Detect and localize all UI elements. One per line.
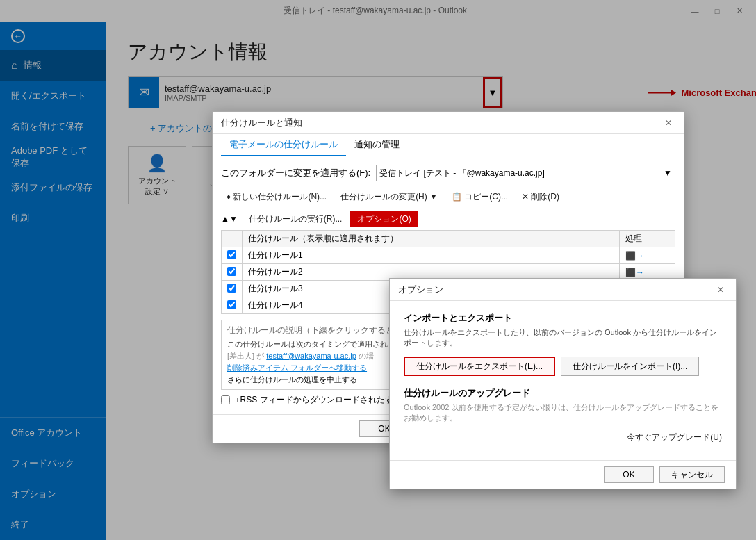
- new-rule-button[interactable]: ♦ 新しい仕分けルール(N)...: [221, 188, 332, 205]
- description-action-link[interactable]: 削除済みアイテム フォルダーへ移動する: [227, 363, 367, 372]
- change-rule-button[interactable]: 仕分けルールの変更(H) ▼: [335, 188, 443, 205]
- rule-name-1: 仕分けルール1: [243, 247, 620, 264]
- app-window: 受信トレイ - testaff@wakayama-u.ac.jp - Outlo…: [0, 0, 756, 540]
- options-dialog-title-bar: オプション ✕: [390, 279, 736, 301]
- rss-checkbox[interactable]: [221, 395, 230, 404]
- options-dialog-footer: OK キャンセル: [390, 460, 736, 489]
- filter-select[interactable]: 受信トレイ [テスト - 「@wakayama-u.ac.jp] ▼: [376, 165, 675, 181]
- rule-checkbox-2[interactable]: [227, 267, 236, 276]
- col-action: 処理: [620, 231, 675, 247]
- col-rule-name: 仕分けルール（表示順に適用されます）: [243, 231, 620, 247]
- rules-dialog-close-button[interactable]: ✕: [662, 116, 675, 130]
- rules-dialog-title-bar: 仕分けルールと通知 ✕: [213, 112, 684, 134]
- rule-checkbox-4[interactable]: [227, 300, 236, 309]
- rules-dialog-title: 仕分けルールと通知: [221, 117, 302, 129]
- filter-label: このフォルダーに変更を適用する(F):: [221, 167, 370, 179]
- options-dialog: オプション ✕ インポートとエクスポート 仕分けルールをエクスポートしたり、以前…: [389, 278, 737, 489]
- options-dialog-close-button[interactable]: ✕: [714, 283, 728, 297]
- run-rules-button[interactable]: 仕分けルールの実行(R)...: [243, 211, 348, 227]
- table-row[interactable]: 仕分けルール1 ⬛→: [222, 247, 675, 264]
- options-cancel-button[interactable]: キャンセル: [659, 466, 725, 483]
- description-link[interactable]: testaff@wakayama-u.ac.jp: [266, 352, 356, 360]
- upgrade-desc: Outlook 2002 以前を使用する予定がない限りは、仕分けルールをアップグ…: [404, 402, 722, 423]
- delete-rule-button[interactable]: ✕ 削除(D): [516, 188, 565, 205]
- options-btns: 仕分けルールをエクスポート(E)... 仕分けルールをインポート(I)...: [404, 357, 722, 376]
- rule-action-1: ⬛→: [620, 247, 675, 264]
- rules-dialog-tabs: 電子メールの仕分けルール 通知の管理: [213, 134, 684, 156]
- copy-rule-button[interactable]: 📋 コピー(C)...: [446, 188, 513, 205]
- rule-checkbox-3[interactable]: [227, 284, 236, 293]
- rule-checkbox-1[interactable]: [227, 250, 236, 259]
- options-dialog-title: オプション: [398, 284, 443, 296]
- tab-email-rules[interactable]: 電子メールの仕分けルール: [221, 134, 346, 156]
- upgrade-title: 仕分けルールのアップグレード: [404, 387, 722, 400]
- options-ok-button[interactable]: OK: [604, 466, 654, 483]
- upgrade-link: 今すぐアップグレード(U): [404, 432, 722, 443]
- upgrade-link-button[interactable]: 今すぐアップグレード(U): [627, 432, 722, 443]
- export-rules-button[interactable]: 仕分けルールをエクスポート(E)...: [404, 357, 555, 376]
- toolbar-row-2: ▲▼ 仕分けルールの実行(R)... オプション(O): [221, 211, 675, 227]
- options-button[interactable]: オプション(O): [350, 211, 418, 227]
- options-dialog-body: インポートとエクスポート 仕分けルールをエクスポートしたり、以前のバージョンの …: [390, 301, 736, 460]
- import-rules-button[interactable]: 仕分けルールをインポート(I)...: [561, 357, 699, 376]
- tab-notifications[interactable]: 通知の管理: [346, 134, 408, 156]
- toolbar-row: ♦ 新しい仕分けルール(N)... 仕分けルールの変更(H) ▼ 📋 コピー(C…: [221, 188, 675, 205]
- import-export-desc: 仕分けルールをエクスポートしたり、以前のバージョンの Outlook から仕分け…: [404, 327, 722, 348]
- sort-icon: ▲▼: [221, 214, 238, 224]
- import-export-title: インポートとエクスポート: [404, 312, 722, 325]
- filter-row: このフォルダーに変更を適用する(F): 受信トレイ [テスト - 「@wakay…: [221, 165, 675, 181]
- col-check: [222, 231, 243, 247]
